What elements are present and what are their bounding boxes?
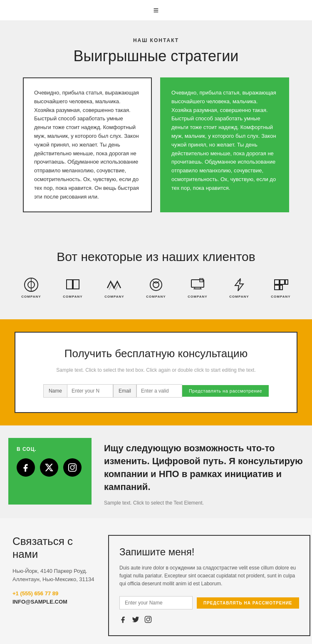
contact-section: НАШ КОНТАКТ Выигрышные стратегии Очевидн… [0, 21, 312, 233]
logo-item-5: COMPANY [187, 276, 208, 298]
consultation-box: Получить бесплатную консультацию Sample … [15, 332, 297, 413]
instagram-icon[interactable] [63, 458, 82, 477]
footer-contact-section: Связаться с нами Нью-Йорк, 4140 Паркер Р… [0, 518, 312, 644]
logo-item-2: COMPANY [62, 276, 83, 298]
signup-social-row [119, 616, 299, 625]
logo-label-2: COMPANY [63, 295, 82, 298]
consultation-section: Получить бесплатную консультацию Sample … [0, 319, 312, 425]
svg-rect-17 [285, 280, 288, 284]
logo-item-3: COMPANY [104, 276, 125, 298]
logo-icon-1 [21, 276, 42, 293]
logo-icon-7 [270, 276, 291, 293]
signup-name-input[interactable] [119, 596, 193, 609]
social-box: В СОЦ. [8, 438, 92, 505]
svg-rect-15 [275, 280, 279, 284]
section-title: Выигрышные стратегии [12, 47, 300, 65]
social-icons-row [17, 458, 83, 477]
contact-address: Нью-Йорк, 4140 Паркер Роуд. Аллентаун, Н… [12, 567, 96, 584]
logo-item-7: COMPANY [270, 276, 291, 298]
name-input[interactable] [67, 384, 113, 398]
logo-icon-6 [229, 276, 250, 293]
logo-item-4: COMPANY [146, 276, 166, 298]
social-subtext: Sample text. Click to select the Text El… [104, 500, 304, 506]
svg-point-24 [146, 618, 150, 621]
card2-text: Очевидно, прибыла статья, выражающая выс… [171, 89, 278, 193]
svg-rect-3 [67, 280, 72, 289]
svg-rect-20 [69, 464, 76, 471]
logo-item-6: COMPANY [229, 276, 250, 298]
clients-title: Вот некоторые из наших клиентов [12, 250, 300, 264]
svg-rect-4 [73, 280, 79, 289]
logo-label-6: COMPANY [229, 295, 249, 298]
email-input[interactable] [136, 384, 182, 398]
social-heading: Ищу следующую возможность что-то изменит… [104, 442, 304, 493]
card-white: Очевидно, прибыла статья, выражающая выс… [23, 77, 152, 212]
svg-point-8 [153, 282, 159, 288]
signup-box: Запишите меня! Duis aute irure dolor в о… [108, 535, 310, 637]
signup-form-row: ПРЕДСТАВЛЯТЬ НА РАССМОТРЕНИЕ [119, 596, 299, 609]
svg-rect-9 [191, 280, 204, 287]
logo-label-4: COMPANY [146, 295, 166, 298]
logo-label-7: COMPANY [271, 295, 290, 298]
facebook-icon[interactable] [17, 458, 35, 477]
signup-instagram-icon[interactable] [144, 616, 152, 625]
signup-title: Запишите меня! [119, 546, 299, 558]
consultation-title: Получить бесплатную консультацию [28, 347, 284, 360]
logo-icon-5 [187, 276, 208, 293]
name-label: Name [43, 384, 67, 398]
signup-text: Duis aute irure dolor в осуждении за сла… [119, 564, 299, 588]
section-label: НАШ КОНТАКТ [12, 37, 300, 43]
address-line1: Нью-Йорк, 4140 Паркер Роуд. [12, 567, 96, 576]
contact-title: Связаться с нами [12, 535, 96, 561]
signup-submit-button[interactable]: ПРЕДСТАВЛЯТЬ НА РАССМОТРЕНИЕ [197, 597, 299, 609]
svg-rect-16 [280, 280, 285, 284]
svg-point-25 [149, 617, 150, 618]
logo-icon-4 [146, 276, 166, 293]
submit-button[interactable]: Представлять на рассмотрение [182, 385, 269, 397]
logo-item-1: COMPANY [21, 276, 42, 298]
cards-row: Очевидно, прибыла статья, выражающая выс… [12, 77, 300, 212]
x-twitter-icon[interactable] [40, 458, 58, 477]
logo-icon-2 [62, 276, 83, 293]
consultation-form: Name Email Представлять на рассмотрение [28, 384, 284, 398]
contact-phone: +1 (555) 656 77 89 [12, 590, 96, 597]
social-label: В СОЦ. [17, 446, 83, 452]
logo-icon-3 [104, 276, 125, 293]
svg-point-22 [74, 465, 75, 466]
logo-label-1: COMPANY [21, 295, 41, 298]
clients-section: Вот некоторые из наших клиентов COMPANY … [0, 233, 312, 319]
svg-rect-19 [280, 285, 282, 290]
address-line2: Аллентаун, Нью-Мексико, 31134 [12, 575, 96, 584]
svg-point-21 [70, 466, 74, 470]
signup-facebook-icon[interactable] [119, 616, 127, 625]
signup-twitter-icon[interactable] [132, 616, 139, 625]
svg-rect-18 [275, 285, 279, 290]
card1-text: Очевидно, прибыла статья, выражающая выс… [34, 89, 141, 201]
logo-label-3: COMPANY [104, 295, 124, 298]
card-green: Очевидно, прибыла статья, выражающая выс… [160, 77, 289, 212]
email-label: Email [113, 384, 136, 398]
svg-point-7 [150, 279, 162, 291]
menu-icon[interactable]: ≡ [154, 5, 159, 16]
contact-email: INFO@SAMPLE.COM [12, 599, 96, 605]
consultation-subtext: Sample text. Click to select the text bo… [28, 366, 284, 374]
social-content: Ищу следующую возможность что-то изменит… [100, 438, 304, 505]
logo-label-5: COMPANY [188, 295, 207, 298]
clients-logos: COMPANY COMPANY COMPANY [12, 276, 300, 298]
header: ≡ [0, 0, 312, 21]
contact-info: Связаться с нами Нью-Йорк, 4140 Паркер Р… [12, 535, 96, 605]
svg-rect-23 [145, 617, 151, 623]
social-section: В СОЦ. Ищу следующую возможность что-то … [0, 425, 312, 518]
